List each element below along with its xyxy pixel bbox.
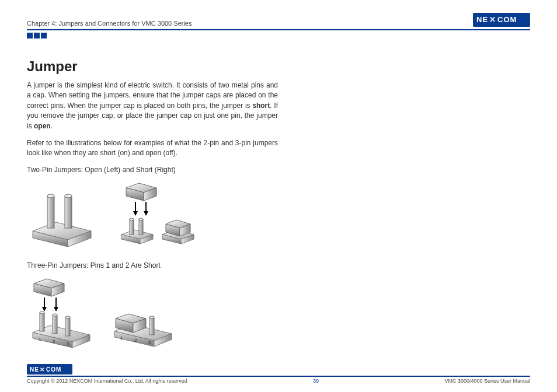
svg-rect-49 [149,317,154,335]
svg-point-41 [40,312,44,314]
paragraph-2: Refer to the illustrations below for exa… [27,138,278,159]
illustration-three-pin: 1 2 3 [27,274,278,352]
svg-marker-36 [54,307,58,312]
main-content: Jumper A jumper is the simplest kind of … [27,58,278,352]
svg-text:COM: COM [497,15,517,24]
svg-text:NE: NE [476,15,488,24]
svg-marker-16 [144,211,148,216]
svg-text:COM: COM [46,366,61,373]
svg-rect-8 [65,196,72,228]
svg-point-21 [130,218,134,220]
pin-label-1: 1 [39,337,41,342]
page-header: Chapter 4: Jumpers and Connectors for VM… [27,13,530,30]
brand-logo-top: NE ✕ COM [473,13,530,27]
svg-point-45 [65,316,70,318]
decorative-squares [27,33,530,38]
brand-logo-bottom: NE ✕ COM [27,364,72,374]
pin-label-2b: 2 [134,338,137,343]
pin-label-2: 2 [53,339,55,344]
pin-label-1b: 1 [120,335,123,341]
svg-rect-44 [65,317,70,336]
copyright-text: Copyright © 2012 NEXCOM International Co… [27,378,187,384]
chapter-title: Chapter 4: Jumpers and Connectors for VM… [27,20,192,27]
svg-marker-34 [42,307,47,312]
svg-rect-42 [53,315,57,334]
svg-rect-6 [47,196,54,228]
svg-point-9 [65,194,72,198]
caption-three-pin: Three-Pin Jumpers: Pins 1 and 2 Are Shor… [27,261,278,270]
illustration-two-pin [27,178,278,251]
doc-title: VMC 3000/4000 Series User Manual [444,378,530,384]
pin-label-3: 3 [67,341,69,346]
section-heading: Jumper [27,58,278,75]
page-number: 39 [313,378,319,384]
svg-rect-22 [139,219,143,235]
pin-label-3b: 3 [148,340,151,345]
page-footer: NE ✕ COM Copyright © 2012 NEXCOM Interna… [27,364,530,384]
svg-point-7 [47,194,54,198]
svg-text:✕: ✕ [40,366,45,373]
svg-rect-20 [130,219,134,235]
svg-text:✕: ✕ [489,15,496,24]
svg-text:NE: NE [30,366,39,373]
svg-point-43 [53,314,57,316]
caption-two-pin: Two-Pin Jumpers: Open (Left) and Short (… [27,166,278,174]
paragraph-1: A jumper is the simplest kind of electri… [27,80,278,131]
svg-point-50 [149,316,154,318]
svg-point-23 [139,218,143,220]
svg-rect-40 [40,313,44,331]
svg-marker-14 [133,211,138,216]
